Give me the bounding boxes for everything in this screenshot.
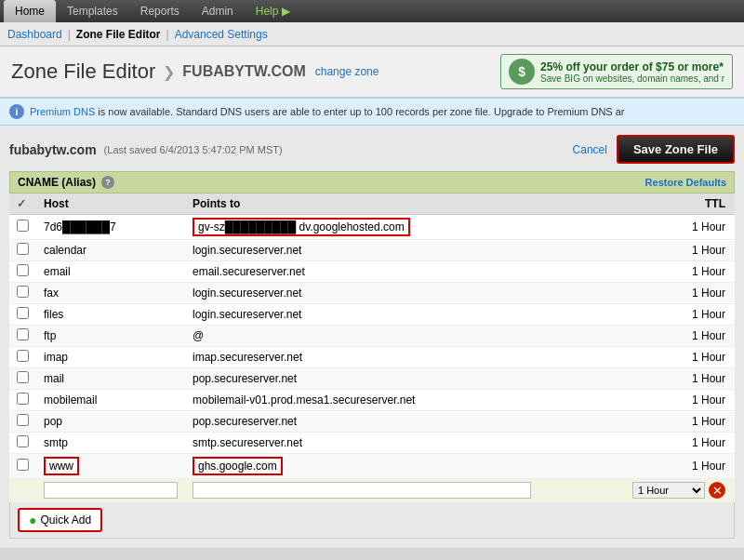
row-checkbox[interactable] <box>17 459 29 471</box>
table-row: calendarlogin.secureserver.net1 Hour <box>9 240 735 261</box>
table-row: imapimap.secureserver.net1 Hour <box>9 347 735 368</box>
row-ttl-cell: 1 Hour <box>623 261 735 283</box>
section-header-left: CNAME (Alias) ? <box>18 176 114 189</box>
row-checkbox[interactable] <box>17 307 29 319</box>
row-host-cell: pop <box>36 411 185 433</box>
host-highlighted: www <box>44 457 79 475</box>
promo-subtext: Save BIG on websites, domain names, and … <box>540 73 724 84</box>
nav-tab-templates[interactable]: Templates <box>56 0 129 22</box>
row-checkbox-cell <box>9 240 36 261</box>
row-checkbox[interactable] <box>17 286 29 298</box>
row-ttl-cell: 1 Hour <box>623 283 735 304</box>
row-checkbox-cell <box>9 368 36 390</box>
zone-actions: Cancel Save Zone File <box>573 135 735 164</box>
row-points-cell: email.secureserver.net <box>185 261 623 283</box>
row-points-cell: mobilemail-v01.prod.mesa1.secureserver.n… <box>185 390 623 411</box>
row-checkbox-cell <box>9 433 36 454</box>
row-checkbox[interactable] <box>17 414 29 426</box>
row-checkbox-cell <box>9 215 36 240</box>
table-row: faxlogin.secureserver.net1 Hour <box>9 283 735 304</box>
row-host-cell: fax <box>36 283 185 304</box>
nav-tab-home[interactable]: Home <box>4 0 56 22</box>
table-row: fileslogin.secureserver.net1 Hour <box>9 304 735 326</box>
add-row-points-cell <box>185 479 623 502</box>
row-checkbox[interactable] <box>17 393 29 405</box>
table-row: smtpsmtp.secureserver.net1 Hour <box>9 433 735 454</box>
row-points-cell: pop.secureserver.net <box>185 411 623 433</box>
row-host-cell: calendar <box>36 240 185 261</box>
section-title: CNAME (Alias) <box>18 176 96 189</box>
row-ttl-cell: 1 Hour <box>623 368 735 390</box>
row-checkbox-cell <box>9 347 36 368</box>
breadcrumb-dashboard[interactable]: Dashboard <box>7 28 62 41</box>
add-row-host-cell <box>36 479 185 502</box>
domain-name: FUBABYTW.COM <box>182 63 305 80</box>
table-header-row: ✓ Host Points to TTL <box>9 193 735 215</box>
info-icon: i <box>9 104 24 119</box>
add-points-input[interactable] <box>193 482 531 499</box>
add-ttl-select[interactable]: 1 Hour 30 Minutes 1 Day 1 Week <box>632 482 705 499</box>
arrow-icon: ❯ <box>163 63 175 81</box>
row-host-cell: imap <box>36 347 185 368</box>
row-checkbox-cell <box>9 411 36 433</box>
row-checkbox[interactable] <box>17 264 29 276</box>
row-points-cell: gv-sz█████████ dv.googlehosted.com <box>185 215 623 240</box>
page-header: Zone File Editor ❯ FUBABYTW.COM change z… <box>0 47 744 98</box>
points-highlighted: ghs.google.com <box>193 457 283 475</box>
add-host-input[interactable] <box>44 482 178 499</box>
row-points-cell: @ <box>185 326 623 347</box>
row-checkbox[interactable] <box>17 435 29 447</box>
row-points-cell: smtp.secureserver.net <box>185 433 623 454</box>
row-checkbox-cell <box>9 390 36 411</box>
table-row: emailemail.secureserver.net1 Hour <box>9 261 735 283</box>
promo-box: $ 25% off your order of $75 or more* Sav… <box>500 54 733 89</box>
row-host-cell: smtp <box>36 433 185 454</box>
row-checkbox-cell <box>9 454 36 479</box>
nav-tab-reports[interactable]: Reports <box>129 0 191 22</box>
nav-tab-help[interactable]: Help ▶ <box>245 0 301 22</box>
row-checkbox-cell <box>9 304 36 326</box>
cname-help-icon[interactable]: ? <box>101 176 114 189</box>
delete-add-row-button[interactable]: ✕ <box>709 482 725 499</box>
row-host-cell: mail <box>36 368 185 390</box>
breadcrumb-zone-file-editor[interactable]: Zone File Editor <box>76 28 161 41</box>
add-row-check <box>9 479 36 502</box>
breadcrumb-sep-1: | <box>68 28 71 41</box>
row-checkbox[interactable] <box>17 350 29 362</box>
cancel-link[interactable]: Cancel <box>573 143 607 156</box>
add-row-ttl-cell: 1 Hour 30 Minutes 1 Day 1 Week ✕ <box>623 479 735 502</box>
premium-dns-link[interactable]: Premium DNS <box>30 106 95 117</box>
row-checkbox[interactable] <box>17 243 29 255</box>
row-host-cell: mobilemail <box>36 390 185 411</box>
row-ttl-cell: 1 Hour <box>623 433 735 454</box>
row-checkbox[interactable] <box>17 328 29 340</box>
row-host-cell: www <box>36 454 185 479</box>
restore-defaults-link[interactable]: Restore Defaults <box>645 177 726 188</box>
row-ttl-cell: 1 Hour <box>623 304 735 326</box>
save-zone-file-button[interactable]: Save Zone File <box>617 135 735 164</box>
table-row: 7d6██████7gv-sz█████████ dv.googlehosted… <box>9 215 735 240</box>
row-host-cell: 7d6██████7 <box>36 215 185 240</box>
page-title: Zone File Editor <box>11 60 155 84</box>
info-bar: i Premium DNS is now available. Standard… <box>0 98 744 126</box>
row-points-cell: ghs.google.com <box>185 454 623 479</box>
table-row: ftp@1 Hour <box>9 326 735 347</box>
top-navigation: Home Templates Reports Admin Help ▶ <box>0 0 744 22</box>
row-ttl-cell: 1 Hour <box>623 411 735 433</box>
breadcrumb-advanced-settings[interactable]: Advanced Settings <box>175 28 268 41</box>
row-checkbox[interactable] <box>17 371 29 383</box>
row-host-cell: email <box>36 261 185 283</box>
col-points-to: Points to <box>185 193 623 215</box>
row-checkbox[interactable] <box>17 220 29 232</box>
quick-add-button[interactable]: ● Quick Add <box>18 508 102 532</box>
nav-tab-admin[interactable]: Admin <box>191 0 245 22</box>
add-record-row: 1 Hour 30 Minutes 1 Day 1 Week ✕ <box>9 479 735 502</box>
points-highlighted: gv-sz█████████ dv.googlehosted.com <box>193 218 410 236</box>
table-row: poppop.secureserver.net1 Hour <box>9 411 735 433</box>
row-points-cell: login.secureserver.net <box>185 283 623 304</box>
row-checkbox-cell <box>9 261 36 283</box>
change-zone-link[interactable]: change zone <box>315 65 379 78</box>
col-check: ✓ <box>9 193 36 215</box>
zone-domain: FUBABYTW.COM <box>9 142 97 157</box>
row-ttl-cell: 1 Hour <box>623 390 735 411</box>
